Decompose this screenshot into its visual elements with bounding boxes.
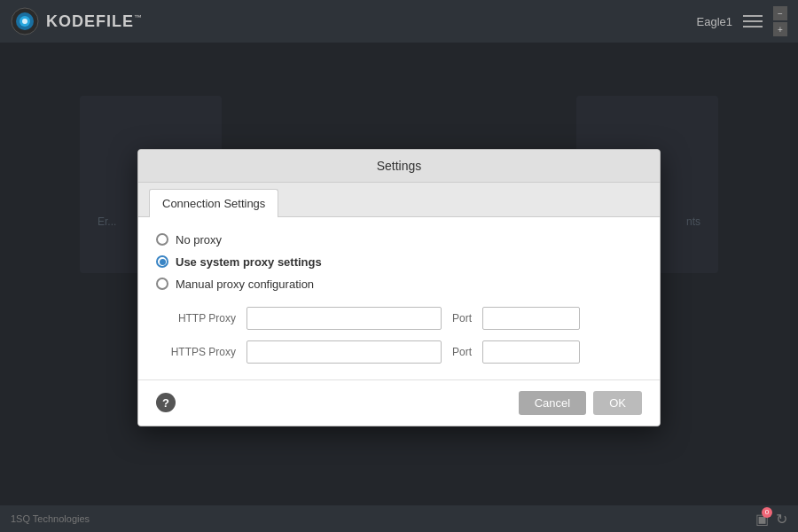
username-label: Eagle1 bbox=[697, 15, 732, 28]
topbar-right: Eagle1 − + bbox=[697, 6, 787, 36]
footer-buttons: Cancel OK bbox=[519, 391, 642, 415]
dialog-tabs: Connection Settings bbox=[138, 183, 660, 217]
company-name: 1SQ Technologies bbox=[11, 513, 90, 524]
ok-button[interactable]: OK bbox=[593, 391, 642, 415]
http-port-label: Port bbox=[452, 312, 472, 325]
refresh-icon[interactable]: ↻ bbox=[776, 511, 787, 528]
radio-manual-proxy[interactable]: Manual proxy configuration bbox=[156, 278, 642, 291]
cancel-button[interactable]: Cancel bbox=[519, 391, 586, 415]
minimize-button[interactable]: − bbox=[773, 6, 787, 20]
radio-system-proxy-label: Use system proxy settings bbox=[176, 255, 322, 269]
proxy-fields: HTTP Proxy Port HTTPS Proxy Port bbox=[156, 307, 642, 364]
radio-manual-proxy-label: Manual proxy configuration bbox=[176, 278, 314, 291]
settings-dialog: Settings Connection Settings No proxy Us… bbox=[137, 149, 661, 426]
https-port-label: Port bbox=[452, 346, 472, 358]
modal-overlay: Settings Connection Settings No proxy Us… bbox=[0, 43, 798, 532]
proxy-radio-group: No proxy Use system proxy settings Manua… bbox=[156, 233, 642, 291]
dialog-body: No proxy Use system proxy settings Manua… bbox=[138, 217, 660, 379]
radio-no-proxy-label: No proxy bbox=[176, 233, 222, 246]
https-port-input[interactable] bbox=[482, 340, 580, 364]
bottom-icons: ▣ 0 ↻ bbox=[755, 511, 787, 528]
dialog-title: Settings bbox=[377, 159, 422, 173]
notification-badge: 0 bbox=[762, 507, 772, 518]
bottombar: 1SQ Technologies ▣ 0 ↻ bbox=[0, 505, 798, 532]
logo-icon bbox=[11, 7, 39, 35]
notifications-icon[interactable]: ▣ 0 bbox=[755, 511, 769, 528]
tab-connection-settings[interactable]: Connection Settings bbox=[149, 189, 278, 217]
topbar-left: KodeFile™ bbox=[11, 7, 143, 35]
app-name: KodeFile™ bbox=[46, 12, 143, 31]
help-icon[interactable]: ? bbox=[156, 393, 176, 412]
https-proxy-input[interactable] bbox=[246, 340, 442, 364]
http-proxy-input[interactable] bbox=[246, 307, 442, 330]
topbar-actions: − + bbox=[773, 6, 787, 36]
http-proxy-row: HTTP Proxy Port bbox=[156, 307, 642, 330]
radio-manual-proxy-circle bbox=[156, 278, 168, 290]
main-area: Er... nts Settings Connection Settings N… bbox=[0, 43, 798, 532]
dialog-footer: ? Cancel OK bbox=[138, 379, 660, 426]
http-port-input[interactable] bbox=[482, 307, 580, 330]
radio-no-proxy-circle bbox=[156, 233, 168, 246]
hamburger-menu[interactable] bbox=[743, 15, 763, 27]
radio-system-proxy-circle bbox=[156, 255, 168, 268]
https-proxy-row: HTTPS Proxy Port bbox=[156, 340, 642, 364]
svg-point-3 bbox=[22, 19, 27, 24]
https-proxy-label: HTTPS Proxy bbox=[156, 346, 236, 358]
radio-system-proxy[interactable]: Use system proxy settings bbox=[156, 255, 642, 269]
topbar: KodeFile™ Eagle1 − + bbox=[0, 0, 798, 43]
radio-no-proxy[interactable]: No proxy bbox=[156, 233, 642, 246]
maximize-button[interactable]: + bbox=[773, 22, 787, 36]
dialog-header: Settings bbox=[138, 150, 660, 183]
http-proxy-label: HTTP Proxy bbox=[156, 312, 236, 325]
